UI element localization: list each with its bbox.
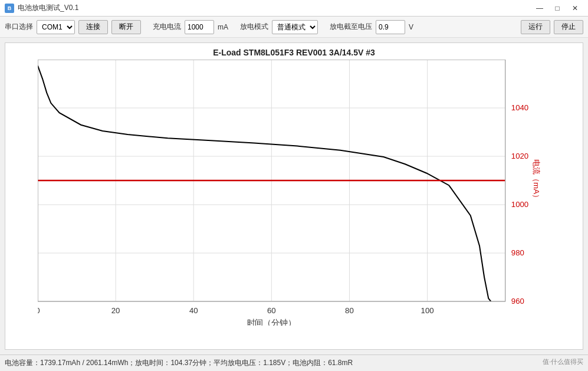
svg-text:时间（分钟）: 时间（分钟）	[247, 318, 297, 326]
toolbar: 串口选择 COM1COM2COM3COM4 连接 断开 充电电流 mA 放电模式…	[0, 17, 588, 38]
svg-text:1040: 1040	[511, 103, 528, 112]
disconnect-button[interactable]: 断开	[111, 20, 141, 34]
close-button[interactable]: ✕	[567, 2, 583, 14]
main-window: B 电池放电测试_V0.1 — □ ✕ 串口选择 COM1COM2COM3COM…	[0, 0, 588, 371]
maximize-button[interactable]: □	[549, 2, 566, 14]
port-select[interactable]: COM1COM2COM3COM4	[37, 20, 75, 34]
watermark: 值·什么值得买	[543, 357, 583, 366]
chart-area: 0.9 1.0 1.1 1.2 1.3 1.4 0 20 40 60 80 10…	[5, 60, 583, 349]
charge-current-input[interactable]	[185, 20, 214, 34]
svg-text:20: 20	[111, 306, 120, 315]
svg-text:960: 960	[511, 297, 524, 306]
chart-title: E-Load STM8L051F3 REV001 3A/14.5V #3	[5, 43, 583, 60]
svg-text:0: 0	[38, 306, 40, 315]
svg-text:电流（mA）: 电流（mA）	[532, 159, 541, 202]
minimize-button[interactable]: —	[531, 2, 548, 14]
svg-text:1020: 1020	[511, 152, 528, 160]
window-controls: — □ ✕	[531, 2, 583, 14]
main-content: E-Load STM8L051F3 REV001 3A/14.5V #3	[0, 38, 588, 354]
status-text: 电池容量：1739.17mAh / 2061.14mWh；放电时间：104.37…	[5, 358, 353, 368]
svg-text:1000: 1000	[511, 200, 528, 209]
port-label: 串口选择	[5, 22, 33, 32]
title-bar-left: B 电池放电测试_V0.1	[5, 3, 78, 13]
svg-text:60: 60	[267, 306, 276, 315]
chart-container: E-Load STM8L051F3 REV001 3A/14.5V #3	[5, 42, 583, 350]
app-icon: B	[5, 4, 14, 13]
svg-text:40: 40	[189, 306, 198, 315]
discharge-voltage-unit: V	[409, 23, 413, 31]
run-button[interactable]: 运行	[521, 20, 550, 34]
charge-current-unit: mA	[218, 23, 228, 31]
svg-text:80: 80	[345, 306, 354, 315]
stop-button[interactable]: 停止	[554, 20, 583, 34]
discharge-voltage-input[interactable]	[376, 20, 405, 34]
title-bar: B 电池放电测试_V0.1 — □ ✕	[0, 0, 588, 17]
svg-text:980: 980	[511, 248, 524, 257]
discharge-mode-select[interactable]: 普通模式快速模式	[272, 20, 318, 34]
connect-button[interactable]: 连接	[78, 20, 108, 34]
svg-text:100: 100	[421, 306, 434, 315]
discharge-mode-label: 放电模式	[240, 22, 268, 32]
status-bar: 电池容量：1739.17mAh / 2061.14mWh；放电时间：104.37…	[0, 354, 588, 371]
discharge-voltage-label: 放电截至电压	[330, 22, 372, 32]
chart-svg: 0.9 1.0 1.1 1.2 1.3 1.4 0 20 40 60 80 10…	[38, 60, 553, 326]
charge-current-label: 充电电流	[153, 22, 181, 32]
window-title: 电池放电测试_V0.1	[18, 3, 78, 13]
